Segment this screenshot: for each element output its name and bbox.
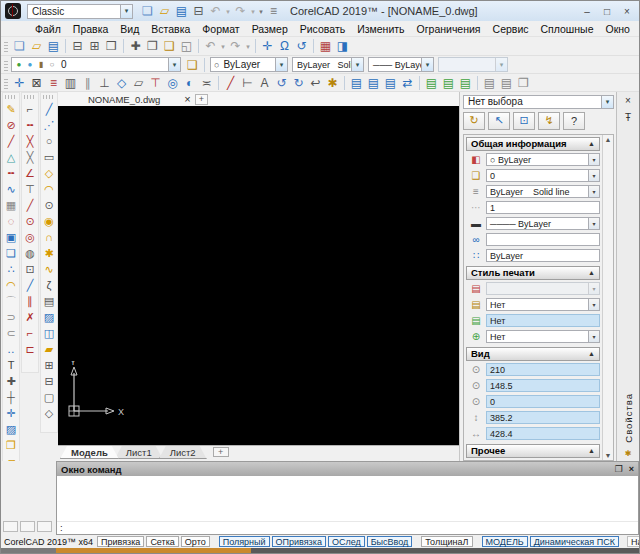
hatch-icon[interactable]: ▨ [3,421,19,437]
linestyle-scale-field[interactable]: 1 [486,201,600,214]
undo-list-icon[interactable]: ▾ [224,3,232,19]
command-input[interactable]: : [57,521,638,534]
paste-special-icon[interactable]: ◱ [178,38,195,54]
arc-continue-icon[interactable]: ⌒ [3,293,19,309]
open-icon[interactable]: ▱ [28,38,45,54]
chevron-down-icon[interactable]: ▾ [275,58,287,71]
table-icon[interactable]: ▤ [41,293,57,309]
add-sheet-button[interactable]: + [213,447,229,457]
boundary-icon[interactable]: ▢ [41,389,57,405]
segment-blue-icon[interactable]: ╱ [22,277,38,293]
dropdown-arrow-icon[interactable]: ▾ [588,170,599,181]
infinite-line-icon[interactable]: ⋰ [41,117,57,133]
select-entities-button[interactable]: ↖ [488,112,510,130]
paste-icon[interactable]: ❑ [161,38,178,54]
toolbar-grip[interactable] [43,95,55,99]
menu-item[interactable]: Правка [67,23,114,35]
segment-point-icon[interactable]: ╱ [22,197,38,213]
dropdown-arrow-icon[interactable]: ▾ [588,299,599,310]
sheet-tab-inactive[interactable]: Лист1 [115,446,163,459]
menu-item[interactable]: Вставка [145,23,196,35]
refresh-button[interactable]: ↻ [463,112,485,130]
status-toggle[interactable]: Динамическая ПСК [530,536,619,547]
menu-item[interactable]: Справка [636,23,640,35]
purge-icon[interactable]: ⊘ [3,117,19,133]
section-header[interactable]: Стиль печати ▲ [466,266,600,280]
fillet-icon[interactable]: ◠ [3,277,19,293]
toolbar-grip[interactable] [24,95,36,99]
dashed-circle-icon[interactable]: ◎ [22,229,38,245]
scroll-up-icon[interactable]: ▲ [605,136,612,143]
layer-hide-icon[interactable]: ▤ [348,75,365,91]
snap-settings-icon[interactable]: ≡ [45,75,62,91]
node-snap-icon[interactable]: ◐ [181,75,198,91]
rotate-reference-icon[interactable]: ↩ [307,75,324,91]
corner-points-icon[interactable]: ⌐ [22,101,38,117]
section-header[interactable]: Вид ▲ [466,347,600,361]
circle-center-icon[interactable]: ⊙ [41,197,57,213]
move-icon[interactable]: ✚ [127,38,144,54]
explode-icon[interactable]: ✱ [324,75,341,91]
ring-icon[interactable]: ◉ [41,213,57,229]
chamfer-icon[interactable]: △ [3,149,19,165]
print-icon[interactable]: ⊟ [69,38,86,54]
dash-points-icon[interactable]: ╍ [22,117,38,133]
maximize-button[interactable]: □ [601,6,613,17]
section-header[interactable]: Прочее ▲ [466,444,600,458]
menu-item[interactable]: Файл [29,23,67,35]
full-screen-icon[interactable]: ◨ [334,38,351,54]
customize-toolbar-icon[interactable]: ≡ [265,3,282,19]
command-restore-icon[interactable]: ❐ [615,464,623,474]
menu-item[interactable]: Сервис [487,23,535,35]
layer-previous-icon[interactable]: ❑ [184,57,201,73]
angle-constraint-icon[interactable]: ∠ [22,165,38,181]
break-line-icon[interactable]: ╍ [3,165,19,181]
collapse-icon[interactable]: ▲ [588,140,595,147]
status-toggle[interactable]: Орто [181,536,210,547]
redo-icon[interactable]: ↷ [227,38,244,54]
pan-icon[interactable]: ✛ [259,38,276,54]
toolbar-grip[interactable] [4,40,8,52]
panel-scrollbar[interactable]: ▲ ▼ [602,135,613,460]
undo-icon[interactable]: ↶ [207,3,224,19]
scroll-down-icon[interactable]: ▼ [605,452,612,459]
layer-field[interactable]: 0▾ [486,169,600,182]
arc-icon[interactable]: ◠ [41,181,57,197]
undo-icon[interactable]: ↶ [202,38,219,54]
toolbar-stub[interactable] [37,521,52,532]
layer-isolate-icon[interactable]: ▤ [365,75,382,91]
menu-item[interactable]: Ограничения [411,23,487,35]
command-window-header[interactable]: Окно команд ❐ × [57,462,638,476]
curve-right-icon[interactable]: ⊃ [3,309,19,325]
new-drawing-icon[interactable]: ❏ [139,3,156,19]
redo-icon[interactable]: ↷ [232,3,249,19]
lineweight-select[interactable]: ─── ByLayer ▾ [368,57,434,72]
linestyle-select[interactable]: ByLayer Solid line ▾ [292,57,364,72]
spline-icon[interactable]: ∿ [41,261,57,277]
rectangle-icon[interactable]: ▭ [41,149,57,165]
move-entity-icon[interactable]: ✚ [3,373,19,389]
nearest-snap-icon[interactable]: ≍ [198,75,215,91]
region-icon[interactable]: ▰ [41,341,57,357]
insert-image-icon[interactable]: ◫ [41,325,57,341]
layer-show-state-icon[interactable]: ● [14,57,24,73]
undo-list-icon[interactable]: ▾ [219,38,227,54]
layer-color-state-icon[interactable]: ○ [47,57,57,73]
select-window-button[interactable]: ⊡ [513,112,535,130]
measure-length-icon[interactable]: ⊢ [239,75,256,91]
help-button[interactable]: ? [563,112,585,130]
document-tab[interactable]: NONAME_0.dwg × [58,93,191,105]
section-header[interactable]: Общая информация ▲ [466,137,600,151]
intersection-small-icon[interactable]: ╳ [22,133,38,149]
pattern-icon[interactable]: ▦ [3,197,19,213]
layer-unlock-icon[interactable]: ▤ [457,75,474,91]
clip-region-icon[interactable]: ▣ [3,229,19,245]
redo-list-icon[interactable]: ▾ [249,3,257,19]
chevron-down-icon[interactable]: ▾ [120,5,132,18]
transparency-field[interactable]: ByLayer [486,249,600,262]
status-toggle[interactable]: Полярный [219,536,270,547]
redo-list-icon[interactable]: ▾ [244,38,252,54]
save-icon[interactable]: ▤ [173,3,190,19]
collapse-icon[interactable]: ▲ [588,269,595,276]
curve-left-icon[interactable]: ⊂ [3,325,19,341]
